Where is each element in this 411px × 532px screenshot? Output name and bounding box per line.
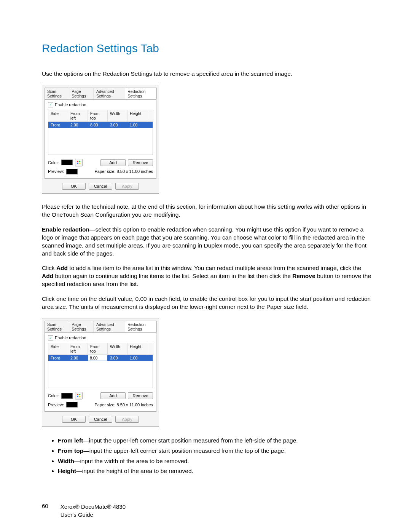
col-width: Width xyxy=(108,343,127,355)
click-default-paragraph: Click one time on the default value, 0.0… xyxy=(42,295,373,311)
remove-button[interactable]: Remove xyxy=(128,392,153,399)
col-height: Height xyxy=(127,343,147,355)
tab-page-settings[interactable]: Page Settings xyxy=(69,321,94,332)
preview-label: Preview: xyxy=(48,169,64,174)
color-picker-icon xyxy=(76,393,81,398)
apply-button[interactable]: Apply xyxy=(115,416,139,423)
field-bullet-list: From left—input the upper-left corner st… xyxy=(42,436,373,476)
tab-scan-settings[interactable]: Scan Settings xyxy=(45,321,69,332)
col-from-left: From left xyxy=(68,343,88,355)
ok-button[interactable]: OK xyxy=(62,183,86,190)
svg-rect-4 xyxy=(77,394,78,395)
cell-width[interactable]: 3.00 xyxy=(108,355,127,361)
cell-from-left[interactable]: 2.00 xyxy=(68,122,88,128)
tab-page-settings[interactable]: Page Settings xyxy=(69,88,94,99)
dialog-screenshot-2: Scan Settings Page Settings Advanced Set… xyxy=(42,318,373,427)
cell-from-top[interactable]: 8.00 xyxy=(88,122,108,128)
dialog-screenshot-1: Scan Settings Page Settings Advanced Set… xyxy=(42,85,373,194)
add-button[interactable]: Add xyxy=(100,159,126,166)
col-side: Side xyxy=(48,343,68,355)
color-picker-button[interactable] xyxy=(75,392,83,399)
enable-redaction-paragraph: Enable redaction—select this option to e… xyxy=(42,226,373,258)
preview-swatch xyxy=(66,402,78,407)
enable-redaction-checkbox[interactable]: ✓ xyxy=(48,335,53,340)
page-number: 60 xyxy=(42,503,48,519)
technical-note-paragraph: Please refer to the technical note, at t… xyxy=(42,203,373,219)
enable-redaction-label: Enable redaction xyxy=(55,335,86,340)
table-row[interactable]: Front 2.00 8.00 3.00 1.00 xyxy=(48,122,153,128)
footer-line-1: Xerox® DocuMate® 4830 xyxy=(61,503,126,511)
cancel-button[interactable]: Cancel xyxy=(89,183,112,190)
paper-size-label: Paper size: 8.50 x 11.00 inches xyxy=(95,169,153,174)
col-width: Width xyxy=(108,110,127,122)
remove-button[interactable]: Remove xyxy=(128,159,153,166)
add-remove-paragraph: Click Add to add a line item to the area… xyxy=(42,264,373,288)
cancel-button[interactable]: Cancel xyxy=(89,416,112,423)
redaction-dialog: Scan Settings Page Settings Advanced Set… xyxy=(42,85,159,194)
ok-button[interactable]: OK xyxy=(62,416,86,423)
color-label: Color: xyxy=(48,393,59,398)
color-swatch[interactable] xyxy=(61,160,73,165)
svg-rect-7 xyxy=(79,396,80,397)
tab-redaction-settings[interactable]: Redaction Settings xyxy=(125,88,157,99)
color-picker-icon xyxy=(76,160,81,165)
tab-row: Scan Settings Page Settings Advanced Set… xyxy=(42,85,159,99)
enable-redaction-label: Enable redaction xyxy=(55,102,86,107)
paper-size-label: Paper size: 8.50 x 11.00 inches xyxy=(95,403,153,407)
svg-rect-5 xyxy=(79,394,80,395)
list-item: From left—input the upper-left corner st… xyxy=(58,436,373,446)
cell-side[interactable]: Front xyxy=(48,355,68,361)
tab-scan-settings[interactable]: Scan Settings xyxy=(45,88,69,99)
col-height: Height xyxy=(127,110,147,122)
tab-advanced-settings[interactable]: Advanced Settings xyxy=(94,88,125,99)
list-item: Width—input the width of the area to be … xyxy=(58,457,373,466)
preview-swatch xyxy=(66,169,78,174)
tab-advanced-settings[interactable]: Advanced Settings xyxy=(94,321,125,332)
svg-rect-0 xyxy=(77,161,78,162)
cell-width[interactable]: 3.00 xyxy=(108,122,127,128)
table-row[interactable]: Front 2.00 8.00 3.00 1.00 xyxy=(48,355,153,361)
color-picker-button[interactable] xyxy=(75,159,83,166)
svg-rect-6 xyxy=(77,396,78,397)
cell-from-top-editing[interactable]: 8.00 xyxy=(88,355,108,361)
footer-line-2: User's Guide xyxy=(61,511,126,519)
apply-button[interactable]: Apply xyxy=(115,183,139,190)
cell-from-left[interactable]: 2.00 xyxy=(68,355,88,361)
add-button[interactable]: Add xyxy=(100,392,126,399)
redaction-table: Side From left From top Width Height Fro… xyxy=(48,110,153,155)
svg-rect-3 xyxy=(79,163,80,164)
col-from-top: From top xyxy=(88,110,108,122)
cell-side[interactable]: Front xyxy=(48,122,68,128)
list-item: From top—input the upper-left corner sta… xyxy=(58,446,373,456)
color-swatch[interactable] xyxy=(61,393,73,399)
svg-rect-1 xyxy=(79,161,80,162)
svg-rect-2 xyxy=(77,163,78,164)
page-footer: 60 Xerox® DocuMate® 4830 User's Guide xyxy=(42,503,373,519)
col-from-left: From left xyxy=(68,110,88,122)
col-side: Side xyxy=(48,110,68,122)
redaction-table: Side From left From top Width Height Fro… xyxy=(48,343,153,388)
page-heading: Redaction Settings Tab xyxy=(42,42,373,55)
color-label: Color: xyxy=(48,160,59,165)
redaction-dialog: Scan Settings Page Settings Advanced Set… xyxy=(42,318,159,427)
tab-redaction-settings[interactable]: Redaction Settings xyxy=(125,321,157,332)
list-item: Height—input the height of the area to b… xyxy=(58,466,373,476)
preview-label: Preview: xyxy=(48,403,64,407)
cell-height[interactable]: 1.00 xyxy=(127,122,147,128)
intro-paragraph: Use the options on the Redaction Setting… xyxy=(42,70,373,78)
enable-redaction-checkbox[interactable]: ✓ xyxy=(48,102,53,107)
col-from-top: From top xyxy=(88,343,108,355)
cell-height[interactable]: 1.00 xyxy=(127,355,147,361)
